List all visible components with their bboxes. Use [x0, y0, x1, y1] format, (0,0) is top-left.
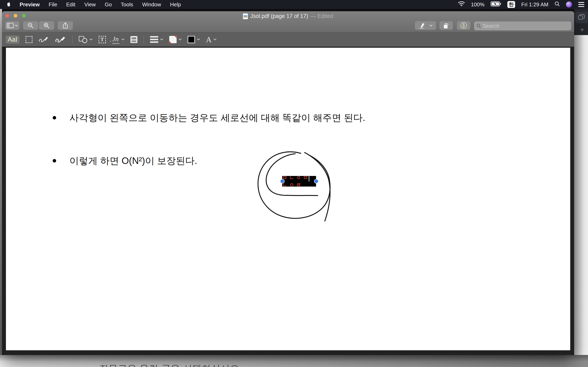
markup-toolbar: AaI T ×Jn	[2, 32, 574, 47]
tool-shape-style[interactable]	[150, 36, 163, 43]
share-icon	[63, 22, 68, 29]
tool-text-selection[interactable]: AaI	[6, 35, 19, 44]
tool-fill-color[interactable]	[188, 36, 200, 43]
spotlight-icon[interactable]	[554, 1, 560, 8]
line-weight-icon	[150, 36, 158, 43]
tool-border-color[interactable]	[169, 36, 182, 43]
sidebar-icon	[7, 23, 14, 28]
markup-pen-icon	[460, 22, 467, 29]
draw-icon	[55, 36, 66, 43]
text-box-icon: T	[99, 36, 106, 43]
fill-color-icon	[188, 36, 195, 43]
toolbar-separator	[72, 35, 72, 44]
tool-text-style[interactable]: A	[206, 35, 216, 44]
menu-help[interactable]: Help	[170, 1, 181, 8]
chevron-down-icon	[15, 25, 18, 26]
chevron-down-icon	[160, 39, 163, 40]
tool-shapes[interactable]	[79, 36, 93, 43]
siri-icon[interactable]	[566, 1, 572, 8]
text-style-icon: A	[206, 35, 212, 44]
menu-file[interactable]: File	[49, 1, 57, 8]
annotation-text: ㅁㄴㅇㅁㄴㅇㄹ	[282, 174, 316, 188]
search-icon	[476, 24, 481, 28]
zoom-out-icon	[27, 22, 34, 29]
tool-draw[interactable]	[55, 36, 66, 43]
background-window-left-edge	[0, 9, 2, 367]
bullet-item: 사각형이 왼쪽으로 이동하는 경우도 세로선에 대해 똑같이 해주면 된다.	[69, 110, 365, 125]
sketch-icon	[39, 36, 49, 43]
chevron-down-icon	[121, 39, 124, 40]
annotation-text-box[interactable]: ㅁㄴㅇㅁㄴㅇㄹ	[282, 176, 316, 187]
input-source-badge[interactable]: 한	[507, 1, 515, 8]
tool-note[interactable]	[130, 36, 138, 43]
menu-go[interactable]: Go	[105, 1, 112, 8]
background-window-content	[574, 35, 588, 356]
zoom-in-button[interactable]	[39, 21, 54, 30]
chevron-down-icon	[179, 39, 182, 40]
chevron-down-icon	[214, 39, 216, 40]
resize-handle-right[interactable]	[314, 179, 319, 184]
battery-percent[interactable]: 100%	[471, 1, 485, 8]
apple-menu-icon[interactable]	[6, 2, 11, 7]
highlight-button[interactable]	[415, 21, 436, 30]
tool-rect-selection[interactable]	[26, 36, 33, 43]
pdf-content-area[interactable]: 사각형이 왼쪽으로 이동하는 경우도 세로선에 대해 똑같이 해주면 된다. 이…	[2, 47, 574, 355]
tool-sketch[interactable]	[39, 36, 49, 43]
note-icon	[130, 36, 138, 43]
menu-window[interactable]: Window	[142, 1, 161, 8]
window-title-text: Jsol.pdf (page 17 of 17)	[250, 13, 308, 19]
window-edited-suffix: — Edited	[311, 13, 333, 19]
wifi-icon[interactable]	[458, 1, 465, 8]
background-window-right-edge: +	[574, 9, 588, 367]
border-color-icon	[169, 36, 177, 43]
chevron-down-icon[interactable]	[430, 25, 432, 26]
rotate-left-button[interactable]	[439, 21, 453, 30]
zoom-in-icon	[43, 22, 50, 29]
control-center-icon[interactable]	[578, 2, 584, 7]
shapes-icon	[79, 36, 88, 43]
zoom-out-button[interactable]	[23, 21, 38, 30]
highlighter-icon	[419, 22, 426, 29]
bullet-item: 이렇게 하면 O(N²)이 보장된다.	[69, 154, 197, 168]
battery-charging-icon[interactable]	[491, 1, 501, 8]
markup-toolbar-button[interactable]	[457, 21, 470, 30]
preview-window: Jsol.pdf (page 17 of 17) — Edited	[2, 11, 574, 355]
window-title: Jsol.pdf (page 17 of 17) — Edited	[2, 13, 574, 19]
tool-signature[interactable]: ×Jn	[112, 35, 124, 44]
chevron-down-icon	[90, 39, 93, 40]
rect-selection-icon	[26, 36, 33, 43]
rotate-left-icon	[443, 22, 450, 29]
menu-edit[interactable]: Edit	[66, 1, 75, 8]
new-tab-button[interactable]: +	[576, 25, 588, 34]
sidebar-button[interactable]	[5, 21, 19, 30]
background-window-text: 질문글을 올릴 곳을 선택하십시오	[99, 363, 240, 367]
menu-tools[interactable]: Tools	[121, 1, 133, 8]
tool-text-box[interactable]: T	[99, 36, 106, 43]
menu-clock[interactable]: Fri 1:29 AM	[521, 1, 548, 8]
tab-overview-button[interactable]	[575, 12, 588, 23]
text-cursor	[309, 175, 309, 182]
search-input[interactable]	[483, 23, 569, 29]
search-field[interactable]	[474, 21, 571, 30]
chevron-down-icon	[197, 39, 200, 40]
menu-bar: Preview File Edit View Go Tools Window H…	[0, 0, 588, 9]
resize-handle-left[interactable]	[280, 179, 285, 184]
tab-overview-icon	[578, 14, 585, 21]
share-button[interactable]	[58, 21, 73, 30]
toolbar-separator	[144, 35, 144, 44]
pdf-doc-icon	[243, 13, 248, 19]
menu-view[interactable]: View	[84, 1, 96, 8]
menu-app-name[interactable]: Preview	[20, 1, 40, 8]
pdf-page: 사각형이 왼쪽으로 이동하는 경우도 세로선에 대해 똑같이 해주면 된다. 이…	[6, 48, 570, 350]
title-bar: Jsol.pdf (page 17 of 17) — Edited	[2, 11, 574, 32]
background-window-bottom: 질문글을 올릴 곳을 선택하십시오	[0, 355, 588, 367]
plus-icon: +	[580, 26, 584, 34]
signature-icon: ×Jn	[112, 35, 120, 44]
